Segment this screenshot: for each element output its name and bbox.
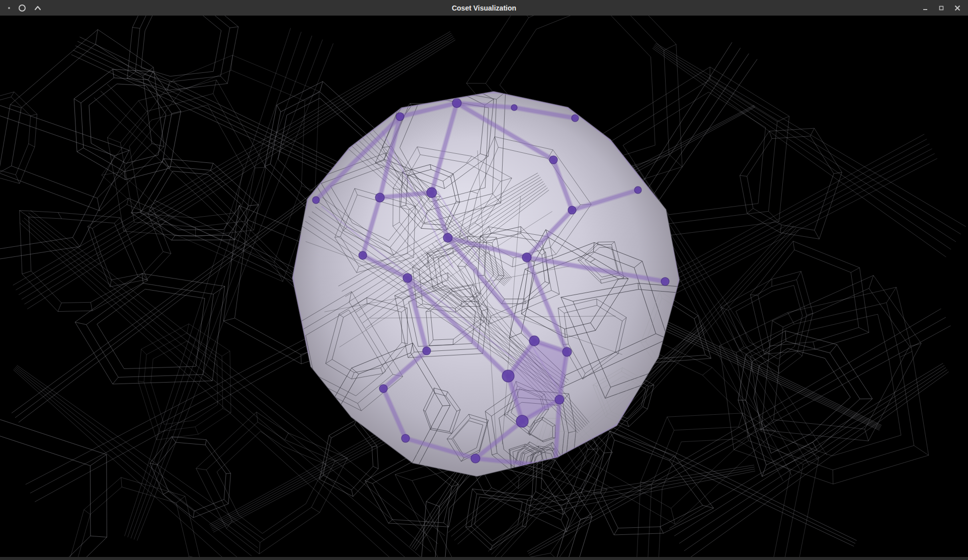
minimize-button[interactable]	[921, 0, 930, 16]
maximize-button[interactable]	[937, 0, 946, 16]
chevron-up-icon[interactable]	[34, 6, 41, 11]
maximize-icon	[938, 5, 944, 11]
window-titlebar: Coset Visualization	[0, 0, 968, 16]
window-title: Coset Visualization	[0, 4, 968, 12]
viewport-3d[interactable]	[0, 16, 968, 557]
record-circle-icon[interactable]	[19, 5, 26, 12]
titlebar-left-icons	[0, 0, 41, 16]
minimize-icon	[922, 5, 928, 11]
close-icon	[954, 5, 961, 12]
app-dot-icon[interactable]	[8, 7, 10, 9]
window-bottom-edge	[0, 557, 968, 560]
titlebar-controls	[921, 0, 968, 16]
close-button[interactable]	[953, 0, 962, 16]
